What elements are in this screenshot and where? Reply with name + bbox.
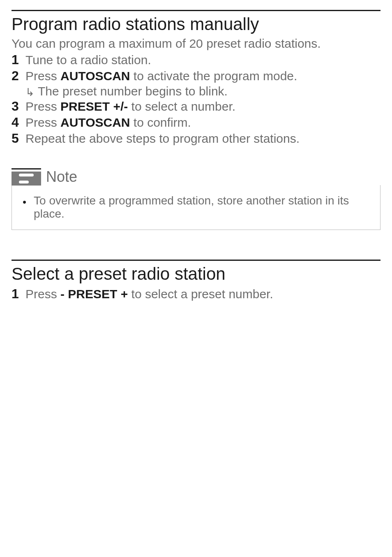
step-text: Press AUTOSCAN to activate the program m… xyxy=(25,68,297,83)
step-2-result: ↳ The preset number begins to blink. xyxy=(25,84,380,99)
intro-text: You can program a maximum of 20 preset r… xyxy=(12,37,380,51)
note-block: Note • To overwrite a programmed station… xyxy=(12,168,380,230)
section-rule xyxy=(12,260,380,261)
note-title: Note xyxy=(46,168,77,186)
section-rule xyxy=(12,10,380,11)
step-text: Press - PRESET + to select a preset numb… xyxy=(25,286,273,301)
step-text: Repeat the above steps to program other … xyxy=(25,131,300,146)
svg-rect-1 xyxy=(19,181,29,183)
step-1: 1 Press - PRESET + to select a preset nu… xyxy=(12,286,380,302)
sub-step-text: The preset number begins to blink. xyxy=(38,84,228,98)
note-icon-rule xyxy=(12,168,41,172)
step-text: Press PRESET +/- to select a number. xyxy=(25,99,235,114)
step-1: 1 Tune to a radio station. xyxy=(12,52,380,67)
step-number: 1 xyxy=(12,286,25,302)
step-text: Press AUTOSCAN to confirm. xyxy=(25,115,191,130)
step-number: 5 xyxy=(12,131,25,146)
step-text: Tune to a radio station. xyxy=(25,52,151,67)
note-icon xyxy=(12,172,41,186)
step-number: 4 xyxy=(12,115,25,130)
preset-keyword: PRESET +/- xyxy=(60,100,128,113)
step-number: 3 xyxy=(12,99,25,114)
autoscan-keyword: AUTOSCAN xyxy=(60,69,130,83)
note-icon-wrap xyxy=(12,168,41,186)
section-select-preset: Select a preset radio station 1 Press - … xyxy=(12,260,380,302)
result-arrow-icon: ↳ xyxy=(25,84,35,99)
step-2: 2 Press AUTOSCAN to activate the program… xyxy=(12,68,380,84)
note-body-text: To overwrite a programmed station, store… xyxy=(34,194,372,220)
step-number: 2 xyxy=(12,68,25,84)
note-body-row: • To overwrite a programmed station, sto… xyxy=(20,194,372,220)
note-title-wrap: Note xyxy=(41,168,77,186)
step-3: 3 Press PRESET +/- to select a number. xyxy=(12,99,380,114)
svg-rect-0 xyxy=(19,174,34,176)
note-header: Note xyxy=(12,168,380,186)
bullet-icon: • xyxy=(23,194,26,207)
note-body: • To overwrite a programmed station, sto… xyxy=(12,185,380,230)
step-5: 5 Repeat the above steps to program othe… xyxy=(12,131,380,146)
step-number: 1 xyxy=(12,52,25,67)
section-title-program: Program radio stations manually xyxy=(12,14,380,34)
autoscan-keyword: AUTOSCAN xyxy=(60,116,130,129)
preset-keyword: - PRESET + xyxy=(60,287,128,301)
step-4: 4 Press AUTOSCAN to confirm. xyxy=(12,115,380,130)
section-title-select: Select a preset radio station xyxy=(12,264,380,284)
